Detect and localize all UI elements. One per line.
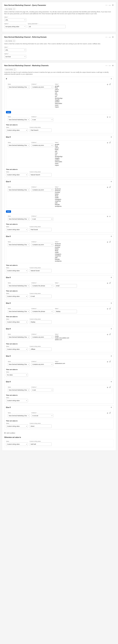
more-icon[interactable]: ⋯: [106, 64, 108, 67]
then-value-select[interactable]: Custom string value: [6, 399, 28, 402]
then-value-input[interactable]: [30, 348, 52, 351]
otherwise-value-input[interactable]: [30, 442, 52, 446]
add-icon[interactable]: ⊕: [107, 84, 108, 86]
criterion-select[interactable]: Is set: [31, 388, 53, 392]
add-icon[interactable]: ⊕: [107, 186, 108, 188]
delete-icon[interactable]: ⊖: [109, 412, 110, 414]
then-value-select[interactable]: Custom string value: [6, 320, 28, 324]
value-select[interactable]: New Derived Marketing Channe...n: [8, 388, 30, 392]
then-value-select[interactable]: Custom string value: [6, 128, 28, 132]
phrase-input[interactable]: [55, 310, 77, 313]
then-value-input[interactable]: [30, 320, 52, 324]
value-select[interactable]: New Derived Marketing Channe...n: [8, 336, 30, 339]
value-select[interactable]: New Derived Marketing Channe...n: [8, 85, 30, 89]
then-value-select[interactable]: Custom string value: [6, 348, 28, 351]
delete-icon[interactable]: ⊖: [109, 334, 110, 336]
value-list[interactable]: google.bing.yahoo.baidu.ask.msn.aol.duck…: [55, 144, 69, 166]
value-select[interactable]: New Derived Marketing Channe...n: [8, 414, 30, 418]
more-icon[interactable]: ⋯: [106, 4, 108, 6]
help-icon[interactable]: i: [13, 8, 15, 10]
delete-icon[interactable]: ⊖: [109, 84, 110, 86]
value-select[interactable]: New Derived Marketing Channe...n: [8, 284, 30, 288]
value-list[interactable]: adobestore.com: [55, 362, 69, 364]
option-select[interactable]: Get host: [4, 55, 26, 58]
delete-icon[interactable]: ⊖: [109, 142, 110, 144]
and-button[interactable]: And: [6, 210, 11, 213]
close-icon[interactable]: ✕: [112, 64, 114, 67]
value-list[interactable]: facebook.pinterest.youtube.twitter.tikto…: [55, 188, 69, 207]
value-list[interactable]: inside.inside.corp.adobe.comadobe.com: [55, 336, 69, 340]
close-icon[interactable]: ✕: [110, 406, 112, 408]
value-select[interactable]: New Derived Marketing Channe...n: [8, 310, 30, 313]
close-icon[interactable]: ✕: [110, 236, 112, 238]
criterion-select[interactable]: Contains any term: [31, 188, 53, 192]
value-list[interactable]: facebook.pinterest.youtube.twitter.tikto…: [55, 243, 69, 262]
then-value-select[interactable]: Custom string value: [6, 269, 28, 272]
add-icon[interactable]: ⊕: [107, 282, 108, 284]
delete-icon[interactable]: ⊖: [109, 116, 110, 118]
delete-icon[interactable]: ⊖: [109, 361, 110, 363]
collapse-icon[interactable]: —: [109, 4, 111, 6]
criterion-select[interactable]: Contains the phrase: [31, 284, 53, 288]
then-value-input[interactable]: [30, 173, 52, 176]
criterion-select[interactable]: Is not set: [31, 414, 53, 418]
add-condition-button[interactable]: Add Condition: [4, 431, 114, 435]
add-icon[interactable]: ⊕: [107, 386, 108, 388]
then-value-select[interactable]: No value: [6, 373, 28, 377]
value-select[interactable]: New Derived Marketing Channe...n: [8, 243, 30, 246]
collapse-icon[interactable]: —: [109, 36, 111, 38]
add-icon[interactable]: ⊕: [107, 361, 108, 363]
criterion-select[interactable]: Contains any term: [31, 362, 53, 366]
close-icon[interactable]: ✕: [112, 36, 114, 38]
then-value-select[interactable]: Custom string value: [6, 424, 28, 428]
then-value-input[interactable]: [30, 294, 52, 298]
close-icon[interactable]: ✕: [112, 4, 114, 6]
criterion-select[interactable]: Contains any term: [31, 336, 53, 339]
criterion-select[interactable]: Contains any term: [31, 85, 53, 89]
close-icon[interactable]: ✕: [110, 328, 112, 330]
value-select[interactable]: New Derived Marketing Channe...n: [8, 144, 30, 147]
option-select[interactable]: Get query string value: [4, 25, 26, 28]
close-icon[interactable]: ✕: [110, 136, 112, 138]
otherwise-value-select[interactable]: Custom string value: [6, 442, 28, 446]
then-value-select[interactable]: Custom string value: [6, 294, 28, 298]
then-value-input[interactable]: [30, 269, 52, 272]
value-select[interactable]: New Derived Marketing Channe...n: [8, 188, 30, 192]
criterion-select[interactable]: Contains the phrase: [31, 310, 53, 313]
then-value-select[interactable]: Custom string value: [6, 228, 28, 231]
criterion-select[interactable]: Is set: [31, 118, 53, 122]
then-value-input[interactable]: [30, 228, 52, 231]
add-icon[interactable]: ⊕: [107, 241, 108, 243]
criterion-select[interactable]: Contains any term: [31, 144, 53, 147]
help-icon[interactable]: i: [13, 40, 15, 42]
and-button[interactable]: And: [6, 111, 11, 113]
value-select[interactable]: New Derived Marketing Channe...n: [8, 362, 30, 366]
criterion-select[interactable]: Is set: [31, 217, 53, 221]
close-icon[interactable]: ✕: [110, 276, 112, 278]
add-icon[interactable]: ⊕: [107, 116, 108, 118]
delete-icon[interactable]: ⊖: [109, 216, 110, 218]
value-list[interactable]: google.bing.yahoo.baidu.ask.msn.aol.duck…: [55, 85, 69, 108]
close-icon[interactable]: ✕: [110, 78, 112, 80]
collapse-icon[interactable]: —: [109, 64, 111, 67]
close-icon[interactable]: ✕: [110, 381, 112, 383]
value-select[interactable]: New Derived Marketing Channe...n: [8, 118, 30, 122]
add-icon[interactable]: ⊕: [107, 334, 108, 336]
close-icon[interactable]: ✕: [110, 302, 112, 304]
phrase-input[interactable]: [55, 284, 77, 288]
delete-icon[interactable]: ⊖: [109, 386, 110, 388]
add-icon[interactable]: ⊕: [107, 412, 108, 414]
delete-icon[interactable]: ⊖: [109, 308, 110, 310]
more-icon[interactable]: ⋯: [106, 36, 108, 38]
close-icon[interactable]: ✕: [110, 180, 112, 183]
then-value-select[interactable]: Custom string value: [6, 173, 28, 176]
add-icon[interactable]: ⊕: [107, 142, 108, 144]
help-icon[interactable]: i: [14, 69, 16, 70]
value-select[interactable]: New Derived Marketing Channe...n: [8, 217, 30, 221]
add-icon[interactable]: ⊕: [107, 308, 108, 310]
delete-icon[interactable]: ⊖: [109, 241, 110, 243]
close-icon[interactable]: ✕: [110, 355, 112, 357]
criterion-select[interactable]: Contains any term: [31, 243, 53, 246]
delete-icon[interactable]: ⊖: [109, 186, 110, 188]
query-param-input[interactable]: [28, 25, 66, 28]
